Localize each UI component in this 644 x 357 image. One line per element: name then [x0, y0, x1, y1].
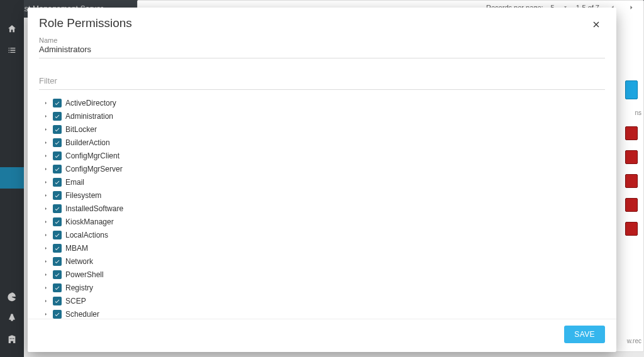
permission-label: KioskManager [65, 217, 114, 226]
permission-label: MBAM [65, 244, 88, 253]
expand-caret-icon[interactable] [43, 272, 49, 277]
permission-row: Scheduler [39, 307, 600, 319]
expand-caret-icon[interactable] [43, 167, 49, 172]
permission-row: ActiveDirectory [39, 96, 600, 109]
permission-label: ConfigMgrServer [65, 165, 123, 173]
permission-checkbox[interactable] [53, 217, 62, 226]
modal-title: Role Permissions [39, 16, 132, 30]
permission-row: Administration [39, 109, 600, 123]
expand-caret-icon[interactable] [43, 246, 49, 251]
expand-caret-icon[interactable] [43, 127, 49, 132]
permission-row: BuilderAction [39, 136, 600, 149]
nav-linux[interactable] [0, 308, 24, 329]
permission-label: BitLocker [65, 125, 97, 134]
permission-checkbox[interactable] [53, 204, 62, 213]
permission-label: Registry [65, 283, 93, 292]
permission-checkbox[interactable] [53, 138, 62, 147]
permission-checkbox[interactable] [53, 178, 62, 187]
chip-red-1[interactable] [625, 126, 638, 140]
nav-home[interactable] [0, 19, 24, 40]
expand-caret-icon[interactable] [43, 312, 49, 317]
expand-caret-icon[interactable] [43, 180, 49, 185]
role-permissions-modal: Role Permissions Name Administrators Act… [28, 8, 616, 352]
expand-caret-icon[interactable] [43, 285, 49, 290]
chip-red-4[interactable] [625, 198, 638, 212]
expand-caret-icon[interactable] [43, 233, 49, 238]
expand-caret-icon[interactable] [43, 101, 49, 106]
chip-blue[interactable] [625, 80, 638, 99]
permission-checkbox[interactable] [53, 231, 62, 239]
permission-checkbox[interactable] [53, 165, 62, 173]
permission-row: SCEP [39, 294, 600, 307]
permission-row: ConfigMgrServer [39, 162, 600, 175]
expand-caret-icon[interactable] [43, 206, 49, 211]
nav-active-item[interactable] [0, 167, 24, 189]
expand-caret-icon[interactable] [43, 193, 49, 198]
permission-label: Filesystem [65, 191, 101, 200]
permission-label: Scheduler [65, 310, 99, 319]
permission-checkbox[interactable] [53, 270, 62, 279]
permission-checkbox[interactable] [53, 191, 62, 200]
permission-checkbox[interactable] [53, 151, 62, 160]
permission-checkbox[interactable] [53, 283, 62, 292]
chip-red-5[interactable] [625, 222, 638, 236]
chip-red-2[interactable] [625, 150, 638, 164]
list-icon [7, 45, 17, 57]
permission-row: MBAM [39, 241, 600, 255]
permission-label: InstalledSoftware [65, 204, 123, 213]
nav-rail [0, 0, 24, 357]
permission-checkbox[interactable] [53, 257, 62, 266]
expand-caret-icon[interactable] [43, 299, 49, 304]
save-button[interactable]: SAVE [564, 326, 605, 343]
expand-caret-icon[interactable] [43, 153, 49, 158]
permissions-tree[interactable]: ActiveDirectoryAdministrationBitLockerBu… [39, 96, 605, 319]
pagination-next[interactable] [626, 2, 637, 13]
right-strip: ns w.rec [625, 80, 641, 344]
nav-reports[interactable] [0, 287, 24, 308]
permission-row: LocalActions [39, 228, 600, 241]
nav-list[interactable] [0, 40, 24, 62]
permission-label: LocalActions [65, 231, 108, 239]
permission-row: KioskManager [39, 215, 600, 228]
permission-checkbox[interactable] [53, 297, 62, 305]
permission-label: SCEP [65, 297, 86, 305]
permission-row: ConfigMgrClient [39, 149, 600, 162]
permission-label: BuilderAction [65, 138, 110, 147]
permission-label: PowerShell [65, 270, 104, 279]
permission-row: Network [39, 255, 600, 268]
permission-row: PowerShell [39, 268, 600, 281]
permission-label: ConfigMgrClient [65, 151, 119, 160]
expand-caret-icon[interactable] [43, 219, 49, 224]
permission-row: Registry [39, 281, 600, 294]
permission-row: Email [39, 175, 600, 189]
permission-checkbox[interactable] [53, 112, 62, 121]
right-strip-label-bottom: w.rec [625, 338, 641, 344]
permission-row: InstalledSoftware [39, 202, 600, 215]
filter-block [39, 74, 605, 90]
filter-input[interactable] [39, 74, 605, 90]
chip-red-3[interactable] [625, 174, 638, 188]
permission-checkbox[interactable] [53, 125, 62, 134]
permission-label: Administration [65, 112, 113, 121]
home-icon [7, 24, 17, 36]
permission-checkbox[interactable] [53, 310, 62, 319]
building-icon [7, 334, 17, 346]
close-icon [591, 19, 601, 31]
permission-label: Network [65, 257, 93, 266]
expand-caret-icon[interactable] [43, 259, 49, 264]
expand-caret-icon[interactable] [43, 140, 49, 145]
pie-chart-icon [7, 292, 17, 304]
permission-checkbox[interactable] [53, 244, 62, 253]
name-field: Name Administrators [39, 36, 605, 58]
nav-org[interactable] [0, 329, 24, 351]
right-strip-label-top: ns [625, 109, 641, 116]
name-field-label: Name [39, 36, 605, 44]
permission-row: Filesystem [39, 189, 600, 202]
expand-caret-icon[interactable] [43, 114, 49, 119]
permission-row: BitLocker [39, 123, 600, 136]
permission-label: ActiveDirectory [65, 99, 116, 107]
modal-close-button[interactable] [587, 16, 605, 34]
name-field-value: Administrators [39, 45, 605, 54]
permission-checkbox[interactable] [53, 99, 62, 107]
permission-label: Email [65, 178, 84, 187]
